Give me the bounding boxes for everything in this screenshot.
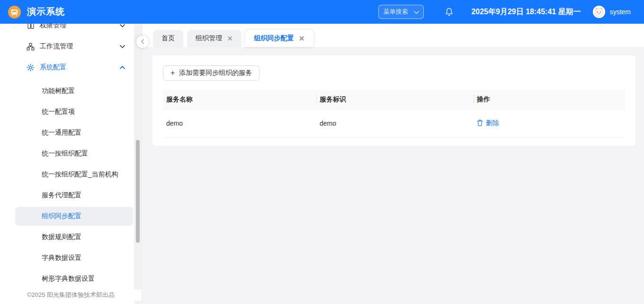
add-sync-service-button[interactable]: + 添加需要同步组织的服务: [163, 65, 259, 81]
sidebar-item-label: 系统配置: [40, 63, 120, 72]
services-table: 服务名称 服务标识 操作 demo demo: [163, 90, 625, 138]
main-area: 首页 组织管理 × 组织同步配置 × + 添加需要同步组织的服务 服务名称 服务…: [143, 24, 644, 304]
menu-search-select[interactable]: 菜单搜索: [378, 5, 424, 19]
close-icon[interactable]: ×: [298, 35, 304, 42]
bell-icon[interactable]: [444, 7, 454, 17]
chevron-down-icon: [120, 24, 125, 28]
header-datetime: 2025年9月29日 18:45:41 星期一: [471, 7, 581, 17]
chevron-up-icon: [120, 65, 125, 69]
column-header-service-id: 服务标识: [316, 95, 474, 104]
sidebar-item-org-sync-config[interactable]: 组织同步配置: [15, 207, 133, 226]
table-row: demo demo 删除: [163, 110, 625, 138]
sidebar-collapse-button[interactable]: [136, 36, 149, 48]
tab-org-sync-config[interactable]: 组织同步配置 ×: [245, 30, 313, 47]
menu-search-placeholder: 菜单搜索: [383, 8, 410, 16]
close-icon[interactable]: ×: [227, 35, 233, 42]
delete-action-link[interactable]: 删除: [477, 119, 499, 128]
cell-actions: 删除: [474, 119, 625, 128]
plus-icon: +: [170, 69, 175, 77]
chevron-down-icon: [120, 45, 125, 48]
column-header-actions: 操作: [474, 95, 625, 104]
workflow-icon: [27, 43, 35, 51]
sidebar-item-data-rule-config[interactable]: 数据规则配置: [0, 227, 142, 248]
sidebar-item-dict-data-config[interactable]: 字典数据设置: [0, 248, 142, 268]
sidebar-item-unified-config-item[interactable]: 统一配置项: [0, 101, 142, 122]
app-header: 演示系统 菜单搜索 2025年9月29日 18:45:41 星期一 system: [0, 0, 644, 24]
sidebar-item-unified-org-config-current[interactable]: 统一按组织配置_当前机构: [0, 164, 142, 185]
tab-label: 首页: [161, 34, 175, 43]
sidebar-item-label: 权限管理: [40, 24, 120, 30]
sidebar-item-unified-org-config[interactable]: 统一按组织配置: [0, 143, 142, 164]
sidebar-item-system-config[interactable]: 系统配置: [0, 57, 142, 78]
delete-action-label: 删除: [486, 119, 499, 128]
app-logo-icon: [8, 6, 21, 18]
team-icon: [27, 24, 35, 30]
app-title: 演示系统: [27, 6, 65, 18]
tab-label: 组织同步配置: [254, 34, 294, 43]
cell-service-name: demo: [163, 120, 316, 127]
sidebar-item-permission-mgmt[interactable]: 权限管理: [0, 24, 142, 36]
sidebar-menu: 权限管理 工作流管理: [0, 24, 142, 289]
tab-bar: 首页 组织管理 × 组织同步配置 ×: [143, 24, 644, 47]
sidebar-item-unified-general-config[interactable]: 统一通用配置: [0, 122, 142, 143]
sidebar-item-workflow-mgmt[interactable]: 工作流管理: [0, 36, 142, 57]
sidebar-item-service-proxy-config[interactable]: 服务代理配置: [0, 185, 142, 206]
sidebar-item-function-tree-config[interactable]: 功能树配置: [0, 81, 142, 101]
sidebar-submenu: 功能树配置 统一配置项 统一通用配置 统一按组织配置 统一按组织配置_当前机构 …: [0, 78, 142, 289]
sidebar-footer-copyright: ©2025 阳光集团体验技术部出品: [0, 289, 142, 301]
sidebar-scrollbar-thumb[interactable]: [136, 140, 140, 243]
add-sync-service-button-label: 添加需要同步组织的服务: [179, 69, 252, 77]
sidebar: 权限管理 工作流管理: [0, 24, 142, 304]
column-header-service-name: 服务名称: [163, 95, 316, 104]
sidebar-item-tree-dict-data-config[interactable]: 树形字典数据设置: [0, 268, 142, 289]
cell-service-id: demo: [316, 120, 474, 127]
gear-icon: [27, 64, 35, 72]
username: system: [610, 8, 631, 16]
tab-home[interactable]: 首页: [153, 30, 183, 47]
chevron-left-icon: [141, 37, 144, 46]
tab-org-management[interactable]: 组织管理 ×: [187, 30, 242, 47]
tab-label: 组织管理: [196, 34, 222, 43]
avatar[interactable]: [593, 6, 605, 18]
table-header-row: 服务名称 服务标识 操作: [163, 90, 625, 110]
content-card: + 添加需要同步组织的服务 服务名称 服务标识 操作 demo demo: [152, 55, 635, 146]
chevron-down-icon: [414, 9, 419, 16]
sidebar-item-label: 工作流管理: [40, 42, 120, 51]
trash-icon: [477, 119, 483, 128]
